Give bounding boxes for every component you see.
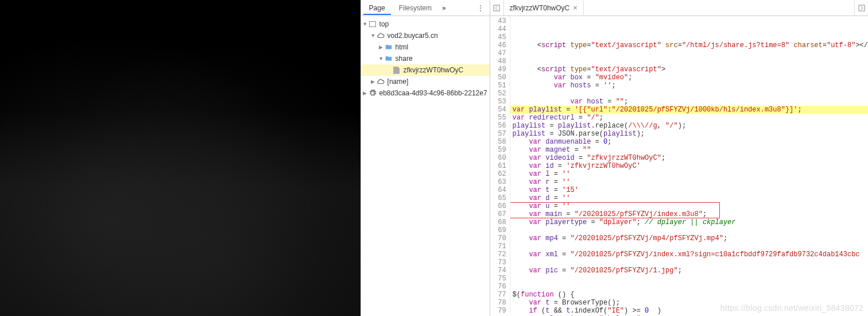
cloud-icon — [376, 77, 385, 86]
tab-page[interactable]: Page — [363, 2, 391, 15]
tree-label: vod2.buycar5.cn — [388, 32, 438, 40]
cloud-icon — [376, 31, 385, 40]
nav-back-button[interactable] — [490, 0, 504, 16]
tree-label: html — [396, 43, 409, 51]
navigator-panel: Page Filesystem » ⋮ ▼ top ▼ vod2.buycar5… — [361, 0, 490, 316]
expand-icon: ▶ — [370, 79, 376, 84]
expand-icon: ▼ — [362, 21, 368, 27]
tree-top[interactable]: ▼ top — [361, 18, 490, 30]
tab-filesystem[interactable]: Filesystem — [393, 2, 437, 14]
tree-label: share — [396, 55, 413, 63]
editor-panel: zfkvjrzzWT0hwOyC × 434445464748495051525… — [490, 0, 868, 316]
devtools-panel: Page Filesystem » ⋮ ▼ top ▼ vod2.buycar5… — [361, 0, 868, 316]
file-icon — [392, 65, 401, 75]
gear-icon — [368, 88, 377, 98]
file-tree[interactable]: ▼ top ▼ vod2.buycar5.cn ▶ html — [361, 16, 490, 316]
svg-rect-0 — [494, 5, 499, 11]
tree-worker[interactable]: ▶ eb8d3caa-4d93-4c96-86bb-2212e7 — [361, 87, 490, 99]
frame-icon — [368, 20, 377, 29]
webpage-preview — [0, 0, 361, 316]
expand-icon: ▼ — [378, 56, 384, 61]
tree-domain[interactable]: ▼ vod2.buycar5.cn — [361, 30, 490, 41]
navigator-menu-button[interactable]: ⋮ — [474, 4, 487, 12]
watermark-text: https://blog.csdn.net/weixin_58438072 — [720, 303, 863, 313]
tree-label: zfkvjrzzWT0hwOyC — [404, 66, 464, 74]
expand-icon: ▼ — [370, 33, 376, 38]
sources-panel: Page Filesystem » ⋮ ▼ top ▼ vod2.buycar5… — [361, 0, 868, 316]
tree-name-node[interactable]: ▶ [name] — [361, 76, 490, 87]
tree-folder-html[interactable]: ▶ html — [361, 41, 490, 53]
editor-tab-active[interactable]: zfkvjrzzWT0hwOyC × — [504, 0, 584, 16]
editor-tabbar: zfkvjrzzWT0hwOyC × — [490, 0, 868, 16]
tree-file-selected[interactable]: zfkvjrzzWT0hwOyC — [361, 64, 490, 76]
line-gutter: 4344454647484950515253545556575859606162… — [490, 16, 510, 316]
code-content[interactable]: <script type="text/javascript" src="/htm… — [510, 16, 868, 316]
code-editor[interactable]: 4344454647484950515253545556575859606162… — [490, 16, 868, 316]
expand-icon: ▶ — [378, 44, 384, 50]
close-icon[interactable]: × — [573, 3, 578, 12]
more-tabs-button[interactable]: » — [442, 4, 446, 12]
folder-icon — [384, 54, 393, 63]
navigator-tabs: Page Filesystem » ⋮ — [361, 0, 490, 16]
tree-label: top — [379, 20, 389, 28]
tree-label: eb8d3caa-4d93-4c96-86bb-2212e7 — [379, 89, 487, 97]
maximize-button[interactable] — [854, 0, 868, 16]
svg-rect-1 — [859, 5, 865, 11]
folder-icon — [384, 43, 393, 52]
tree-label: [name] — [388, 78, 409, 86]
tree-folder-share[interactable]: ▼ share — [361, 53, 490, 64]
editor-tab-label: zfkvjrzzWT0hwOyC — [510, 4, 570, 12]
expand-icon: ▶ — [362, 90, 368, 96]
preview-background — [0, 0, 361, 316]
